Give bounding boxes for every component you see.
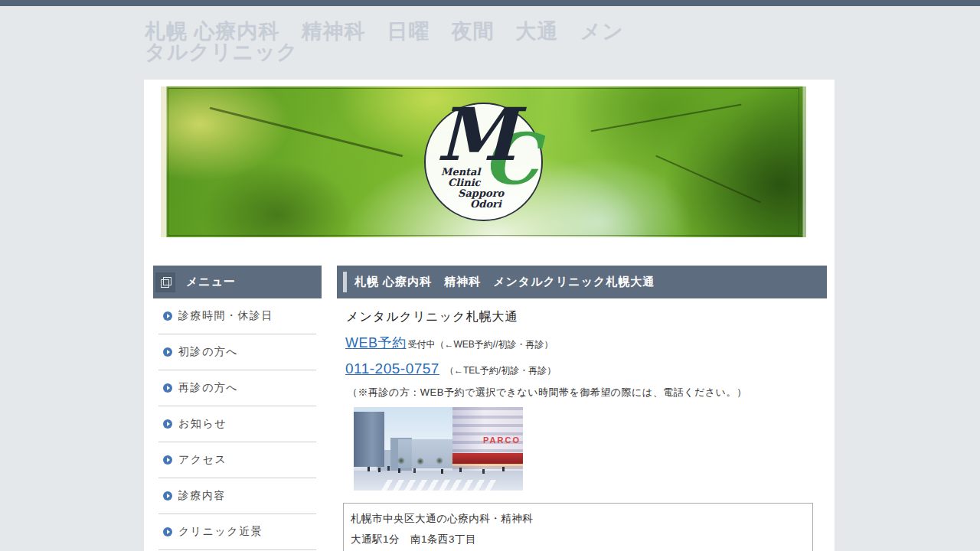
sidebar-menu: メニュー 診療時間・休診日 初診の方へ 再診の方へ お知らせ アクセス [153,266,322,550]
sidebar-item-hours[interactable]: 診療時間・休診日 [158,298,316,334]
sidebar-item-label: クリニック近景 [178,525,263,539]
main-content: 札幌 心療内科 精神科 メンタルクリニック札幌大通 メンタルクリニック札幌大通 … [337,266,827,551]
page-title-line2: タルクリニック [145,42,635,63]
menu-title: メニュー [186,275,236,289]
sidebar-item-label: 再診の方へ [178,381,238,395]
logo-name-line: Odori [470,199,504,210]
top-accent-bar [0,0,980,6]
logo-name-line: Mental [441,167,504,178]
street-photo: PARCO [354,407,523,491]
page-title: 札幌 心療内科 精神科 日曜 夜間 大通 メン タルクリニック [145,21,635,63]
address-box: 札幌市中央区大通の心療内科・精神科 大通駅1分 南1条西3丁目 大丸藤井セントラ… [343,503,813,551]
header-accent-stripe [343,272,347,292]
content-sheet: M C Mental Clinic Sapporo Odori メニュー 診療時… [144,80,835,551]
photo-pedestrians [368,467,370,471]
logo-name-line: Clinic [448,178,504,188]
overlapping-squares-icon [161,277,171,287]
section-header-bar: 札幌 心療内科 精神科 メンタルクリニック札幌大通 [337,266,827,298]
tel-reserve-note: （←TEL予約/初診・再診） [445,364,556,377]
arrow-bullet-icon [163,527,172,536]
arrow-bullet-icon [163,491,172,500]
tel-reserve-row: 011-205-0757 （←TEL予約/初診・再診） [345,360,827,377]
arrow-bullet-icon [163,311,172,321]
logo-name-text: Mental Clinic Sapporo Odori [441,167,504,210]
photo-storefront-awning [452,453,523,464]
sidebar-item-services[interactable]: 診療内容 [158,478,316,514]
menu-header-bar: メニュー [153,266,322,298]
arrow-bullet-icon [163,383,172,393]
arrow-bullet-icon [163,419,172,429]
sidebar-item-return-visit[interactable]: 再診の方へ [158,370,316,406]
logo-name-line: Sapporo [458,188,504,199]
sidebar-item-neighborhood[interactable]: クリニック近景 [158,514,316,550]
web-reserve-status: 受付中（←WEB予約//初診・再診） [408,338,554,351]
banner-image: M C Mental Clinic Sapporo Odori [161,86,806,237]
sidebar-item-first-visit[interactable]: 初診の方へ [158,334,316,370]
web-reserve-row: WEB予約 受付中（←WEB予約//初診・再診） [345,334,827,352]
sidebar-item-label: 診療内容 [178,489,226,503]
parco-sign: PARCO [483,435,521,445]
arrow-bullet-icon [163,455,172,465]
logo-monogram-m: M [436,92,517,177]
clinic-logo: M C Mental Clinic Sapporo Odori [424,103,543,221]
page-title-line1: 札幌 心療内科 精神科 日曜 夜間 大通 メン [145,21,635,42]
menu-icon-box [155,272,175,292]
tel-reserve-link[interactable]: 011-205-0757 [345,360,439,377]
sidebar-item-label: アクセス [178,453,227,467]
photo-crosswalk [381,480,502,491]
web-reserve-link[interactable]: WEB予約 [345,334,407,352]
section-title: 札幌 心療内科 精神科 メンタルクリニック札幌大通 [354,275,655,289]
photo-buildings-left [354,412,384,467]
address-line: 札幌市中央区大通の心療内科・精神科 [351,508,805,529]
menu-list: 診療時間・休診日 初診の方へ 再診の方へ お知らせ アクセス 診療内容 [158,298,316,550]
sidebar-item-label: 診療時間・休診日 [178,309,273,323]
sidebar-item-news[interactable]: お知らせ [158,406,316,442]
clinic-name-heading: メンタルクリニック札幌大通 [346,309,827,325]
reserve-note: （※再診の方：WEB予約で選択できない時間帯を御希望の際には、電話ください。） [348,386,827,399]
sidebar-item-label: 初診の方へ [178,345,238,359]
sidebar-item-access[interactable]: アクセス [158,442,316,478]
sidebar-item-label: お知らせ [178,417,227,431]
address-line: 大通駅1分 南1条西3丁目 [351,529,805,549]
arrow-bullet-icon [163,347,172,357]
